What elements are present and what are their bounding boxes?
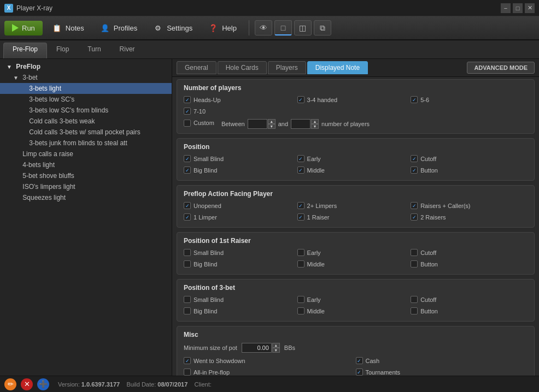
cb-2raisers[interactable]: [411, 213, 418, 221]
cb-cutoff[interactable]: [411, 155, 418, 162]
edit-button[interactable]: ✏: [4, 378, 16, 390]
cb-tournaments[interactable]: [356, 369, 363, 376]
cb-item-p1-middle[interactable]: Middle: [297, 260, 411, 268]
cb-item-56[interactable]: 5-6: [411, 96, 524, 103]
cb-1raiser[interactable]: [297, 213, 304, 221]
cb-showdown[interactable]: [184, 357, 191, 364]
cb-34handed[interactable]: [297, 96, 304, 103]
tab-general[interactable]: General: [177, 61, 216, 74]
cb-raisers-callers[interactable]: [411, 202, 418, 209]
tab-displayed-note[interactable]: Displayed Note: [307, 61, 368, 74]
tree-item-preflop[interactable]: ▼ PreFlop: [0, 61, 172, 72]
cb-cash[interactable]: [356, 357, 363, 364]
notes-menu-item[interactable]: 📋 Notes: [45, 19, 91, 37]
cb-p1-sb[interactable]: [184, 249, 191, 256]
cb-item-p1-button[interactable]: Button: [411, 260, 524, 268]
cb-item-bigblind[interactable]: Big Blind: [184, 167, 297, 174]
cb-headsup[interactable]: [184, 96, 191, 103]
cb-bigblind[interactable]: [184, 167, 191, 174]
cb-item-p1-sb[interactable]: Small Blind: [184, 249, 297, 256]
cb-item-p3-sb[interactable]: Small Blind: [184, 296, 297, 303]
cb-item-smallblind[interactable]: Small Blind: [184, 155, 297, 162]
tree-item-limp[interactable]: Limp calls a raise: [0, 149, 172, 159]
tree-item-3bets-light[interactable]: 3-bets light: [0, 83, 172, 94]
cb-p3-button[interactable]: [411, 307, 418, 314]
cb-button[interactable]: [411, 167, 418, 174]
cb-early[interactable]: [297, 155, 304, 162]
cb-p3-middle[interactable]: [297, 307, 304, 314]
cb-1limper[interactable]: [184, 213, 191, 221]
cb-p3-early[interactable]: [297, 296, 304, 303]
cb-item-1limper[interactable]: 1 Limper: [184, 213, 297, 221]
cb-p3-cutoff[interactable]: [411, 296, 418, 303]
cb-p1-cutoff[interactable]: [411, 249, 418, 256]
toolbar-btn-1[interactable]: 👁: [255, 20, 272, 35]
tab-river[interactable]: River: [110, 43, 144, 58]
tree-item-4bets[interactable]: 4-bets light: [0, 159, 172, 170]
min-pot-down[interactable]: ▼: [272, 348, 280, 353]
cb-item-p3-early[interactable]: Early: [297, 296, 411, 303]
cb-item-early[interactable]: Early: [297, 155, 411, 162]
settings-menu-item[interactable]: ⚙ Settings: [146, 19, 199, 37]
cb-item-p1-early[interactable]: Early: [297, 249, 411, 256]
between-to-input[interactable]: [291, 119, 310, 129]
tab-players[interactable]: Players: [268, 61, 306, 74]
cb-allin[interactable]: [184, 369, 191, 376]
tree-item-cold-calls[interactable]: Cold calls 3-bets weak: [0, 116, 172, 127]
tree-item-3bets-junk[interactable]: 3-bets junk from blinds to steal att: [0, 138, 172, 149]
delete-button[interactable]: ✕: [21, 378, 33, 390]
cb-item-allin[interactable]: All-in Pre-flop: [184, 369, 356, 376]
cb-p3-bb[interactable]: [184, 307, 191, 314]
between-from-down[interactable]: ▼: [268, 124, 276, 129]
tab-turn[interactable]: Turn: [78, 43, 110, 58]
cb-item-headsup[interactable]: Heads-Up: [184, 96, 297, 103]
cb-2limpers[interactable]: [297, 202, 304, 209]
cb-item-cash[interactable]: Cash: [356, 357, 528, 364]
cb-p1-bb[interactable]: [184, 260, 191, 268]
cb-item-showdown[interactable]: Went to Showdown: [184, 357, 356, 364]
between-from-input[interactable]: [248, 119, 267, 129]
cb-item-1raiser[interactable]: 1 Raiser: [297, 213, 411, 221]
tree-item-cold-calls-pocket[interactable]: Cold calls 3-bets w/ small pocket pairs: [0, 127, 172, 138]
min-pot-input[interactable]: [242, 343, 272, 353]
cb-item-34handed[interactable]: 3-4 handed: [297, 96, 411, 103]
cb-item-unopened[interactable]: Unopened: [184, 202, 297, 209]
close-button[interactable]: ✕: [525, 3, 535, 13]
cb-smallblind[interactable]: [184, 155, 191, 162]
cb-item-2limpers[interactable]: 2+ Limpers: [297, 202, 411, 209]
between-from-up[interactable]: ▲: [268, 119, 276, 124]
run-menu-item[interactable]: Run: [4, 21, 43, 35]
toolbar-btn-2[interactable]: □: [274, 20, 292, 35]
tab-flop[interactable]: Flop: [47, 43, 78, 58]
cb-710[interactable]: [184, 108, 191, 115]
toolbar-btn-3[interactable]: ◫: [294, 20, 312, 35]
profiles-menu-item[interactable]: 👤 Profiles: [93, 19, 144, 37]
cb-item-2raisers[interactable]: 2 Raisers: [411, 213, 524, 221]
cb-item-p1-bb[interactable]: Big Blind: [184, 260, 297, 268]
tree-item-squeezes[interactable]: Squeezes light: [0, 192, 172, 203]
cb-item-custom[interactable]: Custom: [184, 120, 214, 127]
advanced-mode-button[interactable]: ADVANCED MODE: [467, 62, 535, 74]
tree-item-3bets-lowsc-blinds[interactable]: 3-bets low SC's from blinds: [0, 105, 172, 116]
tree-item-3bet[interactable]: ▼ 3-bet: [0, 72, 172, 83]
cb-56[interactable]: [411, 96, 418, 103]
tab-pre-flop[interactable]: Pre-Flop: [3, 43, 47, 58]
cb-item-tournaments[interactable]: Tournaments: [356, 369, 528, 376]
cb-item-710[interactable]: 7-10: [184, 108, 297, 115]
between-to-down[interactable]: ▼: [311, 124, 319, 129]
cb-item-raisers-callers[interactable]: Raisers + Caller(s): [411, 202, 524, 209]
cb-item-p3-button[interactable]: Button: [411, 307, 524, 314]
tree-item-3bets-lowsc[interactable]: 3-bets low SC's: [0, 94, 172, 105]
min-pot-up[interactable]: ▲: [272, 343, 280, 348]
tree-item-5bet[interactable]: 5-bet shove bluffs: [0, 170, 172, 181]
cb-p1-middle[interactable]: [297, 260, 304, 268]
minimize-button[interactable]: −: [501, 3, 511, 13]
maximize-button[interactable]: □: [513, 3, 523, 13]
add-button[interactable]: ➕: [37, 378, 49, 390]
cb-item-middle[interactable]: Middle: [297, 167, 411, 174]
cb-item-p3-bb[interactable]: Big Blind: [184, 307, 297, 314]
toolbar-btn-4[interactable]: ⧉: [314, 20, 331, 35]
tree-item-iso[interactable]: ISO's limpers light: [0, 181, 172, 192]
cb-item-button[interactable]: Button: [411, 167, 524, 174]
cb-item-p3-cutoff[interactable]: Cutoff: [411, 296, 524, 303]
